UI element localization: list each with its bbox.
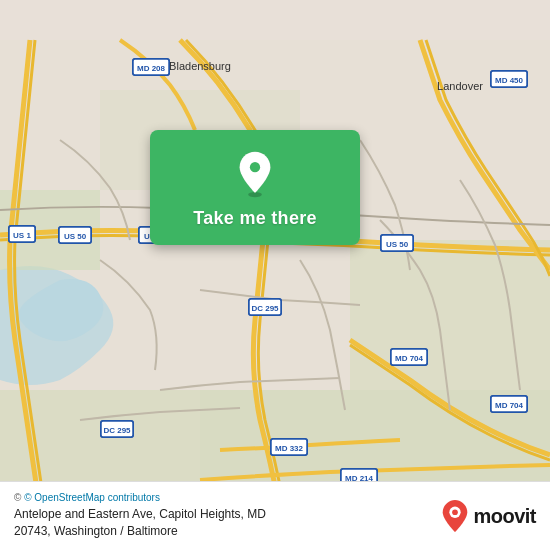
svg-text:MD 704: MD 704: [495, 401, 524, 410]
take-me-there-button[interactable]: Take me there: [193, 208, 317, 229]
location-pin-icon: [231, 150, 279, 198]
map-container: US 1 US 50 US 50 US 50 DC 295 DC 295 MD …: [0, 0, 550, 550]
svg-text:DC 295: DC 295: [103, 426, 131, 435]
svg-text:MD 208: MD 208: [137, 64, 166, 73]
moovit-logo: moovit: [441, 499, 536, 533]
svg-text:Landover: Landover: [437, 80, 483, 92]
svg-text:US 1: US 1: [13, 231, 31, 240]
svg-point-45: [250, 162, 260, 172]
svg-text:MD 450: MD 450: [495, 76, 524, 85]
moovit-brand-text: moovit: [473, 505, 536, 528]
svg-text:US 50: US 50: [386, 240, 409, 249]
osm-attribution: © © OpenStreetMap contributors: [14, 492, 431, 503]
map-roads: US 1 US 50 US 50 US 50 DC 295 DC 295 MD …: [0, 0, 550, 550]
address-block: © © OpenStreetMap contributors Antelope …: [14, 492, 431, 540]
address-line2: 20743, Washington / Baltimore: [14, 524, 178, 538]
address-text: Antelope and Eastern Ave, Capitol Height…: [14, 506, 431, 540]
copyright-symbol: ©: [14, 492, 24, 503]
svg-text:DC 295: DC 295: [251, 304, 279, 313]
navigation-card[interactable]: Take me there: [150, 130, 360, 245]
svg-point-47: [453, 510, 459, 516]
svg-text:US 50: US 50: [64, 232, 87, 241]
svg-text:MD 704: MD 704: [395, 354, 424, 363]
osm-link[interactable]: © OpenStreetMap contributors: [24, 492, 160, 503]
moovit-pin-icon: [441, 499, 469, 533]
address-line1: Antelope and Eastern Ave, Capitol Height…: [14, 507, 266, 521]
bottom-info-bar: © © OpenStreetMap contributors Antelope …: [0, 481, 550, 550]
svg-text:Bladensburg: Bladensburg: [169, 60, 231, 72]
svg-text:MD 332: MD 332: [275, 444, 304, 453]
